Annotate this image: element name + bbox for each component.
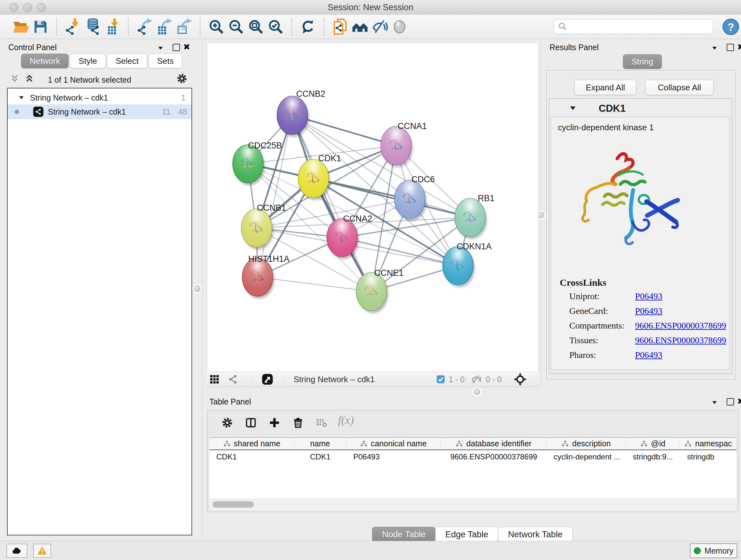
duplicate-network-button[interactable]	[330, 17, 350, 37]
table-cell--id[interactable]: stringdb:9...	[626, 452, 680, 461]
grid-view-button[interactable]	[209, 374, 219, 384]
export-table-button[interactable]	[154, 17, 174, 37]
node-rb1[interactable]: RB1	[455, 193, 495, 239]
node-hist1h1a[interactable]: HIST1H1A	[242, 254, 289, 299]
control-panel-float-button[interactable]	[157, 45, 164, 52]
bottom-divider-handle[interactable]	[473, 388, 480, 395]
refresh-button[interactable]	[298, 17, 318, 37]
pan-crosshair-button[interactable]	[514, 373, 527, 386]
node-ccna1[interactable]: CCNA1	[381, 121, 427, 167]
control-panel-close-button[interactable]: ✖	[183, 44, 190, 51]
zoom-selected-button[interactable]	[266, 17, 286, 37]
save-session-button[interactable]	[30, 17, 51, 37]
collapse-triangle-icon[interactable]	[18, 94, 25, 101]
window-zoom-button[interactable]	[37, 3, 46, 12]
memory-button[interactable]: Memory	[690, 543, 737, 558]
crosslink-pharos--link[interactable]: P06493	[635, 350, 663, 360]
tab-string[interactable]: String	[623, 54, 662, 69]
crosslink-genecard--link[interactable]: P06493	[635, 306, 663, 316]
import-network-button[interactable]	[63, 17, 83, 37]
results-panel-maximize-button[interactable]	[727, 44, 734, 51]
table-panel-close-button[interactable]: ✖	[737, 398, 741, 405]
edge-ccnb2-ccne1[interactable]	[292, 115, 372, 292]
network-options-gear-button[interactable]	[176, 73, 188, 84]
import-table-button[interactable]	[103, 17, 122, 37]
edge-cdk1-rb1[interactable]	[313, 179, 470, 217]
window-minimize-button[interactable]	[23, 3, 32, 12]
delete-column-button[interactable]	[292, 417, 304, 429]
zoom-in-button[interactable]	[206, 17, 226, 37]
network-row-selected[interactable]: String Network – cdk1 11 48	[8, 105, 192, 119]
left-panel-divider[interactable]	[202, 39, 202, 540]
expand-all-button[interactable]: Expand All	[575, 80, 636, 95]
gene-collapse-triangle[interactable]	[569, 104, 577, 112]
open-session-button[interactable]	[11, 17, 30, 37]
hidden-eye-slash-icon[interactable]	[471, 374, 481, 384]
node-cdc6[interactable]: CDC6	[394, 175, 435, 221]
show-column-button[interactable]	[245, 417, 257, 429]
column-header-description[interactable]: description	[547, 438, 626, 449]
zoom-out-button[interactable]	[226, 17, 246, 37]
crosslink-tissues--link[interactable]: 9606.ENSP00000378699	[635, 335, 726, 346]
crosslink-uniprot--link[interactable]: P06493	[635, 291, 663, 301]
node-cdkn1a[interactable]: CDKN1A	[443, 242, 492, 287]
results-panel-close-button[interactable]: ✖	[737, 44, 741, 51]
node-cdk1[interactable]: CDK1	[298, 153, 341, 200]
column-header-namespac[interactable]: namespac	[680, 438, 737, 449]
selected-checkbox-icon[interactable]	[436, 374, 446, 384]
network-collection-row[interactable]: String Network – cdk1 1	[8, 91, 192, 105]
edge-ccnb2-hist1h1a[interactable]	[258, 115, 292, 277]
node-cdc25b[interactable]: CDC25B	[232, 141, 282, 186]
left-divider-handle[interactable]	[194, 285, 201, 292]
network-overview-button[interactable]	[228, 374, 238, 384]
collapse-all-button[interactable]: Collapse All	[645, 80, 714, 95]
table-panel-float-button[interactable]	[711, 399, 718, 406]
tab-sets[interactable]: Sets	[148, 54, 182, 68]
table-options-gear-button[interactable]	[221, 417, 233, 429]
tab-style[interactable]: Style	[70, 54, 106, 68]
home-button[interactable]	[350, 17, 370, 37]
scrollbar-thumb[interactable]	[212, 501, 254, 508]
tab-network-table[interactable]: Network Table	[498, 527, 572, 542]
control-panel-maximize-button[interactable]	[173, 44, 180, 51]
search-field[interactable]	[554, 19, 713, 34]
add-column-button[interactable]	[268, 417, 280, 429]
edge-hist1h1a-ccne1[interactable]	[258, 277, 372, 292]
table-row[interactable]: CDK1CDK1P064939606.ENSP00000378699cyclin…	[209, 450, 737, 463]
table-cell-canonical-name[interactable]: P06493	[346, 452, 441, 461]
zoom-fit-button[interactable]	[246, 17, 266, 37]
column-header-name[interactable]: name	[294, 438, 346, 449]
birdseye-view-button[interactable]	[261, 373, 274, 386]
tab-network[interactable]: Network	[21, 54, 69, 68]
crosslink-compartments--link[interactable]: 9606.ENSP00000378699	[635, 320, 726, 331]
tab-edge-table[interactable]: Edge Table	[435, 527, 498, 542]
window-close-button[interactable]	[9, 3, 18, 12]
import-network-from-database-button[interactable]	[83, 17, 103, 37]
table-cell-namespac[interactable]: stringdb	[680, 452, 737, 461]
help-button[interactable]	[722, 18, 739, 36]
eye-button[interactable]	[390, 17, 409, 37]
export-image-button[interactable]	[174, 17, 194, 37]
table-cell-description[interactable]: cyclin-dependent ...	[547, 452, 626, 461]
results-panel-float-button[interactable]	[711, 45, 718, 52]
table-cell-name[interactable]: CDK1	[294, 452, 346, 461]
warnings-button[interactable]	[33, 544, 51, 558]
cloud-button[interactable]	[6, 544, 27, 558]
network-graph[interactable]: CCNB2CCNA1CDC25BCDK1CDC6RB1CCNB1CCNA2CDK…	[207, 43, 538, 372]
collapse-all-networks-button[interactable]	[10, 73, 20, 84]
export-network-button[interactable]	[135, 17, 154, 37]
table-cell-shared-name[interactable]: CDK1	[209, 452, 294, 461]
search-input[interactable]	[570, 22, 713, 31]
column-header-canonical-name[interactable]: canonical name	[346, 438, 441, 449]
column-header-database-identifier[interactable]: database identifier	[441, 438, 547, 449]
column-header--id[interactable]: @id	[626, 438, 680, 449]
hide-panels-button[interactable]	[370, 17, 390, 37]
table-panel-maximize-button[interactable]	[727, 398, 734, 406]
table-horizontal-scrollbar[interactable]	[209, 499, 737, 510]
column-header-shared-name[interactable]: shared name	[209, 438, 294, 449]
expand-all-networks-button[interactable]	[24, 73, 35, 84]
network-canvas[interactable]: CCNB2CCNA1CDC25BCDK1CDC6RB1CCNB1CCNA2CDK…	[207, 43, 539, 372]
tab-select[interactable]: Select	[107, 54, 147, 68]
table-cell-database-identifier[interactable]: 9606.ENSP00000378699	[441, 452, 547, 461]
tab-node-table[interactable]: Node Table	[372, 527, 435, 542]
